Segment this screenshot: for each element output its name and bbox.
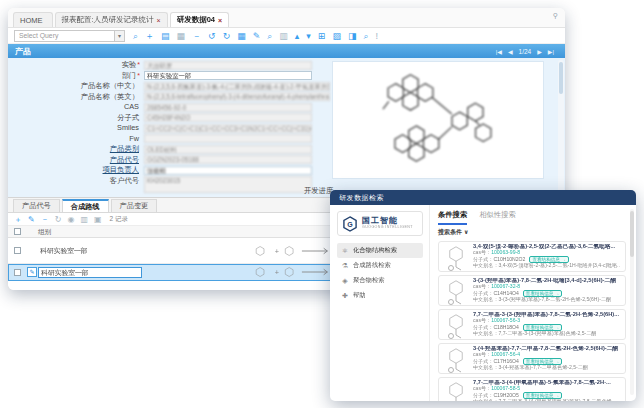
field-input[interactable]: C45H28F4N2O: [144, 113, 312, 122]
sidebar-menu-item[interactable]: ◈ 聚合物检索: [337, 273, 423, 288]
cas-label: cas号：: [473, 386, 491, 391]
field-input[interactable]: 2685456-92-0: [144, 103, 312, 112]
print-icon[interactable]: ▥: [279, 30, 288, 42]
refresh-grid-icon[interactable]: ↻: [55, 215, 62, 224]
export-icon[interactable]: ▣: [94, 215, 102, 224]
detail-tab-label: 产品变更: [120, 201, 149, 211]
formula-value: C17H16O4: [493, 358, 518, 364]
dialog-tab[interactable]: 相似性搜索: [479, 210, 515, 223]
cas-number[interactable]: 100067-56-3: [491, 318, 520, 323]
field-input[interactable]: [144, 134, 312, 143]
pin-icon[interactable]: ⚲: [553, 12, 558, 20]
detail-tab[interactable]: 产品代号: [13, 199, 60, 212]
zoom-in-icon[interactable]: ⌕: [267, 30, 272, 42]
cas-number[interactable]: 100067-58-5: [491, 386, 520, 391]
view-record-icon[interactable]: ◉: [67, 215, 74, 224]
desktop-canvas: HOME 报表配置:人员研发记录统计 × 研发数据04 × ⚲: [0, 0, 644, 408]
view-structure-badge[interactable]: 查看结构信息 →: [523, 392, 562, 399]
field-input[interactable]: 张晓明: [144, 166, 312, 175]
dialog-tab[interactable]: 条件搜索: [438, 210, 467, 225]
field-label: 产品代号: [110, 155, 139, 164]
detail-tab[interactable]: 产品变更: [111, 199, 158, 212]
window-tab[interactable]: HOME: [13, 12, 53, 27]
filter-section-toggle[interactable]: 搜索条件 ∨: [438, 228, 626, 237]
field-input[interactable]: OLED材料: [144, 145, 312, 154]
chevron-down-icon[interactable]: ▾: [114, 30, 125, 42]
field-input[interactable]: N-(2,3,5,6-四氟苯基)-3-氟-4-(二苯并[b,d]呋喃-4-基)-…: [144, 82, 330, 91]
query-select[interactable]: Select Query: [14, 30, 114, 42]
scrollbar-thumb[interactable]: [559, 62, 563, 94]
undo-icon[interactable]: ↺: [208, 30, 216, 42]
window-tab[interactable]: 报表配置:人员研发记录统计 ×: [55, 12, 168, 27]
close-icon[interactable]: ×: [157, 17, 161, 24]
dialog-sidebar: G 国工智能 GUOGONG INTELLIGENT ⚛ 化合物结构检索: [330, 205, 430, 401]
view-structure-badge[interactable]: 查看结构信息 →: [523, 324, 562, 331]
copy-icon[interactable]: ▤: [161, 30, 170, 42]
field-label: 客户代号: [110, 176, 139, 185]
edit-icon[interactable]: ✎: [27, 267, 37, 277]
structure-viewer[interactable]: [332, 61, 544, 179]
result-card[interactable]: 7,7-二甲基-3-(4-(甲氧基甲基)-5-氟苯基)-7,8-二氢-2H-..…: [438, 377, 626, 401]
layout-icon[interactable]: ◨: [348, 30, 357, 42]
save-icon[interactable]: ▦: [177, 30, 186, 42]
refresh-icon[interactable]: ↻: [223, 30, 231, 42]
structure-thumbnail: [444, 347, 468, 374]
first-record-icon[interactable]: |◀: [496, 48, 502, 55]
tab-label: 报表配置:人员研发记录统计: [62, 15, 154, 25]
expand-icon[interactable]: ⊞: [318, 30, 326, 42]
detail-tab[interactable]: 合成路线: [62, 199, 109, 212]
column-header-group[interactable]: 组别: [38, 227, 148, 237]
sort-up-icon[interactable]: ▴: [295, 30, 300, 42]
formula-value: C19H20O5: [493, 392, 518, 398]
delete-row-icon[interactable]: －: [41, 214, 49, 225]
field-input[interactable]: N-(2,3,5,6-tetrafluorophenyl)-3-(4-diben…: [144, 92, 330, 101]
field-input[interactable]: C1=CC2=C(C=C1)C1=CC=CC3=C1N2C1=CC=CC(=C3…: [144, 124, 312, 133]
result-card[interactable]: 3,4-双(5-溴-2-噻吩基)-2,5-双(2-乙基己基)-3,6-二氢吡咯.…: [438, 241, 626, 272]
field-input[interactable]: KH2023015: [144, 176, 312, 193]
prev-record-icon[interactable]: ◀: [508, 48, 513, 55]
scrollbar-thumb[interactable]: [630, 211, 634, 257]
add-icon[interactable]: ＋: [145, 30, 154, 42]
dialog-title: 研发数据检索: [339, 193, 384, 203]
sidebar-menu-item[interactable]: ⚗ 合成路线检索: [337, 258, 423, 273]
next-record-icon[interactable]: ▶: [537, 48, 542, 55]
dialog-scrollbar[interactable]: [630, 209, 634, 395]
result-card[interactable]: 3-(3-(羟甲基)苯基)-7,8-二氢-2H-吡喃[3,4-d]-2,5(6H…: [438, 275, 626, 306]
required-marker: *: [137, 72, 140, 79]
dialog-titlebar[interactable]: 研发数据检索: [330, 190, 636, 205]
row-checkbox[interactable]: [14, 269, 21, 276]
chart-icon[interactable]: ▨: [332, 30, 341, 42]
close-icon[interactable]: ×: [218, 17, 222, 24]
cas-number[interactable]: 100067-32-8: [491, 284, 520, 289]
alert-icon[interactable]: !: [375, 30, 378, 42]
search-icon[interactable]: ⌕: [133, 30, 138, 42]
sidebar-menu-item[interactable]: ✚ 帮助: [337, 288, 423, 303]
field-input[interactable]: 大连研发: [144, 61, 312, 70]
view-structure-badge[interactable]: 查看结构信息 →: [523, 358, 562, 365]
row-checkbox[interactable]: [14, 247, 21, 254]
last-record-icon[interactable]: ▶|: [548, 48, 554, 55]
view-structure-badge[interactable]: 查看结构信息 →: [523, 290, 562, 297]
columns-icon[interactable]: ▥: [80, 215, 88, 224]
cas-number[interactable]: 100063-99-8: [491, 250, 520, 255]
field-input[interactable]: 科研实验室一部: [144, 71, 312, 80]
table-icon[interactable]: ▦: [237, 30, 246, 42]
formula-label: 分子式：: [473, 392, 493, 398]
remove-icon[interactable]: －: [192, 30, 201, 42]
field-input[interactable]: GGZN2023-05188: [144, 155, 312, 164]
result-card[interactable]: 3-(4-羟基苯基)-7,7-二甲基-7,8-二氢-2H-色烯-2,5(6H)-…: [438, 343, 626, 374]
window-tab[interactable]: 研发数据04 ×: [170, 12, 229, 27]
alias-value: 3-(3-(羟甲基)苯基)-7,8-二氢-2H-色烯-2,5(6H)-二酮: [498, 297, 611, 302]
record-pager: |◀ ◀ 1/24 ▶ ▶|: [496, 48, 558, 55]
sidebar-menu-item[interactable]: ⚛ 化合物结构检索: [337, 243, 423, 258]
form-scrollbar[interactable]: [558, 60, 564, 194]
edit-row-icon[interactable]: ✎: [28, 215, 35, 224]
view-structure-badge[interactable]: 查看结构信息 →: [529, 256, 568, 263]
cas-number[interactable]: 100067-56-4: [491, 352, 520, 357]
find-icon[interactable]: ⌕: [363, 30, 368, 42]
edit-icon[interactable]: ✎: [253, 30, 261, 42]
result-card[interactable]: 7,7-二甲基-3-(3-(羟甲基)苯基)-7,8-二氢-2H-色烯-2,5(6…: [438, 309, 626, 340]
select-all-checkbox[interactable]: [14, 228, 21, 235]
sort-down-icon[interactable]: ▾: [306, 30, 311, 42]
add-row-icon[interactable]: ＋: [14, 214, 22, 225]
